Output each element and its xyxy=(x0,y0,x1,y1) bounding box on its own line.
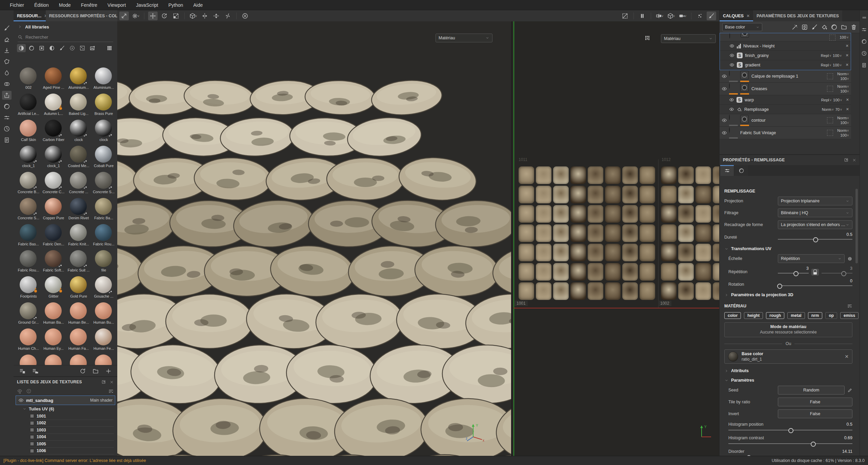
add-mask-icon[interactable] xyxy=(821,24,828,31)
paint-tool-icon[interactable] xyxy=(2,24,12,33)
menu-dition[interactable]: Édition xyxy=(29,0,54,10)
eye-icon[interactable] xyxy=(18,398,24,403)
filtering-dropdown[interactable]: Bilinéaire | HQ xyxy=(778,208,852,217)
scale-tool-button[interactable] xyxy=(171,12,181,20)
asset-item[interactable]: Human Bu... xyxy=(92,302,115,328)
asset-item[interactable] xyxy=(92,354,115,365)
histogram-position-slider[interactable] xyxy=(728,428,852,432)
layer-opacity[interactable]: 100 xyxy=(833,98,840,102)
eye-icon[interactable] xyxy=(729,62,734,67)
asset-item[interactable]: Human Fa... xyxy=(66,328,90,354)
viewport-2d[interactable]: 1011 1012 1001 1002 Matériau Y xyxy=(511,21,720,456)
channel-chip-nrm[interactable]: nrm xyxy=(808,312,823,319)
particles-button[interactable] xyxy=(695,12,705,20)
invert-toggle[interactable]: False xyxy=(778,409,852,418)
menu-python[interactable]: Python xyxy=(163,0,188,10)
asset-item[interactable]: Concrete S... xyxy=(92,171,115,197)
asset-item[interactable]: Autumn L... xyxy=(41,93,65,119)
uv-tile-row[interactable]: 1005 xyxy=(30,441,114,448)
asset-item[interactable]: Copper Pure xyxy=(41,197,65,223)
asset-item[interactable]: Footprints xyxy=(16,276,40,302)
filters-filter-icon[interactable] xyxy=(47,44,56,52)
uv-tile-row[interactable]: 1006 xyxy=(30,448,114,455)
asset-item[interactable] xyxy=(41,354,65,365)
move-tool-button[interactable] xyxy=(148,12,158,20)
tab-imported-resources[interactable]: RESSOURCES IMPORTÉES - COLOR... xyxy=(46,10,117,21)
asset-item[interactable]: clock xyxy=(66,119,90,145)
blend-mode[interactable]: Repl xyxy=(821,54,829,58)
search-input[interactable]: Rechercher xyxy=(18,32,113,42)
hardness-slider[interactable] xyxy=(778,237,852,242)
asset-item[interactable]: Human Ba... xyxy=(41,302,65,328)
symmetry-toggle-button[interactable] xyxy=(223,12,233,20)
popout-icon[interactable] xyxy=(101,380,106,384)
popout-icon[interactable] xyxy=(844,158,849,162)
log-icon[interactable] xyxy=(2,136,12,144)
asset-item[interactable]: Concrete B... xyxy=(16,171,40,197)
asset-item[interactable]: Fabric Suit ... xyxy=(66,249,90,276)
remove-effect-icon[interactable]: ✕ xyxy=(846,44,849,48)
asset-item[interactable]: Carbon Fiber xyxy=(41,119,65,145)
list-filter-icon[interactable] xyxy=(108,388,114,394)
brushes-filter-icon[interactable] xyxy=(58,44,66,52)
asset-item[interactable]: Fabric Rou... xyxy=(92,223,115,249)
display-settings-icon[interactable] xyxy=(861,25,868,34)
viewport3d-display-mode-dropdown[interactable]: Matériau xyxy=(436,34,492,42)
asset-item[interactable]: Coated Me... xyxy=(66,145,90,171)
close-icon[interactable] xyxy=(109,380,114,384)
histogram-contrast-slider[interactable] xyxy=(728,441,852,446)
eye-icon[interactable] xyxy=(729,97,734,102)
asset-item[interactable]: Artificial Le... xyxy=(16,93,40,119)
layer-opacity[interactable]: 100 xyxy=(840,77,847,81)
save-shelf-icon[interactable] xyxy=(18,367,27,376)
single-view-icon[interactable] xyxy=(26,388,32,394)
mirror-vertical-button[interactable] xyxy=(211,12,221,20)
tab-material[interactable] xyxy=(734,165,748,176)
texture-set-row[interactable]: mtl_sandbag Main shader xyxy=(16,396,115,405)
tiling-slider[interactable] xyxy=(778,271,809,276)
eye-icon[interactable] xyxy=(722,86,727,92)
channel-chip-emiss[interactable]: emiss xyxy=(840,312,859,319)
layer-opacity[interactable]: 100 xyxy=(840,133,847,137)
open-folder-icon[interactable] xyxy=(91,367,100,376)
asset-item[interactable]: Concrete ... xyxy=(66,171,90,197)
asset-item[interactable]: Glitter xyxy=(41,276,65,302)
tab-properties[interactable] xyxy=(720,165,734,176)
channel-chip-color[interactable]: color xyxy=(724,312,741,319)
eye-icon[interactable] xyxy=(729,107,734,112)
add-fill-layer-icon[interactable] xyxy=(801,24,808,31)
layer-row-clipped[interactable]: 100∨ xyxy=(720,33,851,41)
procedurals-filter-icon[interactable] xyxy=(78,44,87,52)
tab-texture-set-settings[interactable]: PARAMÈTRES DES JEUX DE TEXTURES xyxy=(753,10,842,21)
smart-masks-filter-icon[interactable] xyxy=(37,44,46,52)
asset-grid[interactable]: 002Aged Pine ...Aluminium...Aluminium...… xyxy=(16,65,116,365)
viewport-3d[interactable]: Matériau Y x z xyxy=(117,21,511,456)
transform-tool-button[interactable] xyxy=(119,12,129,20)
asset-item[interactable]: Calf Skin xyxy=(16,119,40,145)
asset-item[interactable] xyxy=(66,354,90,365)
menu-fichier[interactable]: Fichier xyxy=(5,0,29,10)
uv-tile-row[interactable]: 1004 xyxy=(30,434,114,441)
asset-item[interactable]: Cobalt Pure xyxy=(92,145,115,171)
asset-item[interactable]: Concrete S... xyxy=(16,197,40,223)
texture-info-grid-icon[interactable] xyxy=(644,35,650,41)
material-mode-box[interactable]: Mode de matériau Aucune ressource sélect… xyxy=(724,322,852,337)
blend-mode[interactable]: Norm xyxy=(837,72,847,76)
smart-materials-filter-icon[interactable] xyxy=(27,44,36,52)
eye-icon[interactable] xyxy=(729,43,734,48)
chevron-right-icon[interactable] xyxy=(724,369,729,373)
alphas-filter-icon[interactable] xyxy=(68,44,77,52)
blend-mode[interactable]: Repl xyxy=(821,63,829,67)
asset-item[interactable]: Aluminium... xyxy=(92,67,115,93)
asset-item[interactable]: clock_1 xyxy=(41,145,65,171)
layer-row[interactable]: Fabric Suit Vintage Norm∨ 100∨ xyxy=(720,127,851,139)
asset-item[interactable]: Fabric Den... xyxy=(41,223,65,249)
asset-item[interactable]: Denim Rivet xyxy=(66,197,90,223)
transform-settings-button[interactable]: ∨ xyxy=(131,12,140,20)
pivot-cube-button[interactable]: ∨ xyxy=(188,12,198,20)
channel-chip-height[interactable]: height xyxy=(744,312,763,319)
blend-mode[interactable]: Norm xyxy=(822,107,831,112)
layer-effect-row[interactable]: S warp Repl∨ 100∨ ✕ xyxy=(720,95,851,105)
layer-effect-row[interactable]: S finish_grainy Repl∨ 100∨ ✕ xyxy=(720,51,851,60)
asset-item[interactable]: Ground Gr... xyxy=(16,302,40,328)
